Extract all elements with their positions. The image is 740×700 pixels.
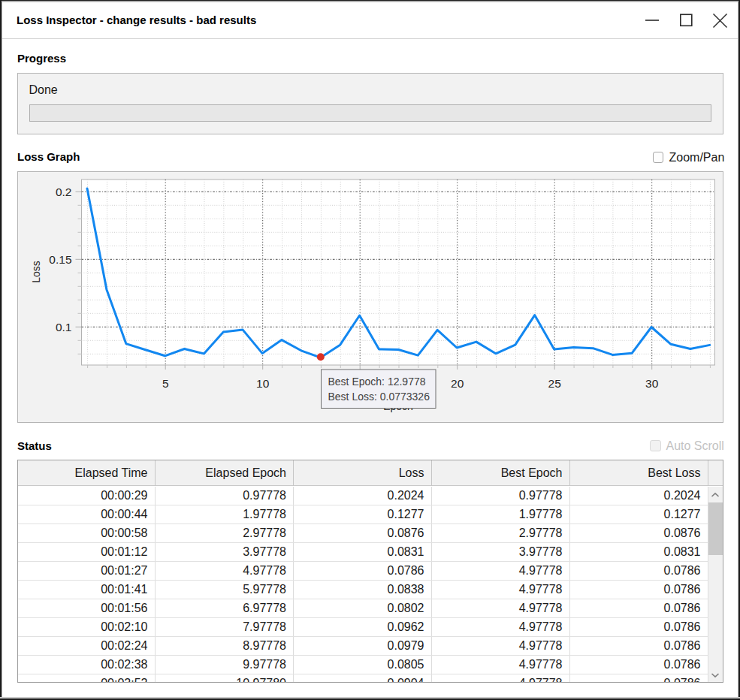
svg-text:25: 25	[548, 377, 561, 390]
svg-text:0.1: 0.1	[56, 321, 72, 333]
svg-text:10: 10	[256, 377, 270, 390]
svg-text:0.2: 0.2	[56, 186, 72, 198]
svg-text:Best Loss: 0.0773326: Best Loss: 0.0773326	[328, 391, 430, 403]
svg-text:Loss: Loss	[30, 261, 42, 283]
svg-text:5: 5	[162, 377, 169, 390]
svg-text:30: 30	[645, 377, 659, 390]
svg-text:0.15: 0.15	[49, 253, 71, 266]
svg-text:Best Epoch: 12.9778: Best Epoch: 12.9778	[328, 376, 426, 388]
svg-text:20: 20	[451, 377, 464, 390]
